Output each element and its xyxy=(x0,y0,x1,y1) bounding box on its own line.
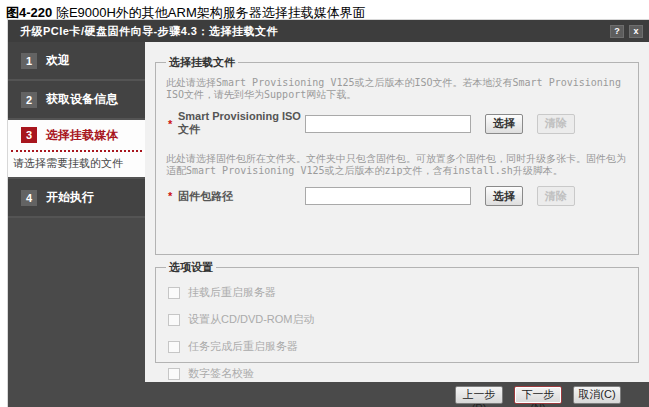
restart-after-mount-checkbox[interactable] xyxy=(168,287,180,299)
step-item-select-media-active[interactable]: 3 选择挂载媒体 请选择需要挂载的文件 xyxy=(8,120,145,179)
firmware-path-input[interactable] xyxy=(305,187,471,205)
step-number: 3 xyxy=(21,127,37,143)
select-mount-files-group: 选择挂载文件 此处请选择Smart Provisioning V125或之后版本… xyxy=(155,55,639,255)
upgrade-wizard-dialog: 升级PCIe卡/硬盘固件向导-步骤4.3：选择挂载文件 ? x 1 欢迎 2 获… xyxy=(8,20,649,407)
firmware-path-label: 固件包路径 xyxy=(178,189,305,204)
firmware-field-row: * 固件包路径 选择 清除 xyxy=(166,186,628,206)
boot-from-cd-checkbox[interactable] xyxy=(168,314,180,326)
step-item-execute[interactable]: 4 开始执行 xyxy=(8,179,145,218)
firmware-clear-button[interactable]: 清除 xyxy=(537,186,575,206)
option-row-restart-after-mount: 挂载后重启服务器 xyxy=(168,286,628,299)
firmware-select-button[interactable]: 选择 xyxy=(485,186,523,206)
dialog-footer: 上一步(P) 下一步(N) 取消(C) xyxy=(8,382,649,407)
iso-file-input[interactable] xyxy=(305,115,471,133)
close-icon[interactable]: x xyxy=(629,25,643,38)
wizard-steps-sidebar: 1 欢迎 2 获取设备信息 3 选择挂载媒体 请选择需要挂载的文件 4 开始执行 xyxy=(8,42,145,382)
step-item-welcome[interactable]: 1 欢迎 xyxy=(8,42,145,81)
option-settings-legend: 选项设置 xyxy=(166,260,216,275)
step-item-device-info[interactable]: 2 获取设备信息 xyxy=(8,81,145,120)
previous-step-button[interactable]: 上一步(P) xyxy=(455,386,503,404)
iso-clear-button[interactable]: 清除 xyxy=(537,114,575,134)
required-mark: * xyxy=(166,118,178,130)
option-row-boot-from-cd: 设置从CD/DVD-ROM启动 xyxy=(168,313,628,326)
required-mark: * xyxy=(166,190,178,202)
iso-field-label: Smart Provisioning ISO文件 xyxy=(178,110,305,137)
iso-select-button[interactable]: 选择 xyxy=(485,114,523,134)
iso-hint-text: 此处请选择Smart Provisioning V125或之后版本的ISO文件。… xyxy=(166,77,628,101)
figure-caption-text: 除E9000H外的其他ARM架构服务器选择挂载媒体界面 xyxy=(56,5,366,20)
option-settings-group: 选项设置 挂载后重启服务器 设置从CD/DVD-ROM启动 任务完成后重启服务器… xyxy=(155,260,639,363)
dialog-body: 1 欢迎 2 获取设备信息 3 选择挂载媒体 请选择需要挂载的文件 4 开始执行 xyxy=(8,42,649,382)
active-step-subtitle: 请选择需要挂载的文件 xyxy=(8,152,145,177)
cancel-button[interactable]: 取消(C) xyxy=(573,386,621,404)
option-row-restart-after-task: 任务完成后重启服务器 xyxy=(168,340,628,353)
step-number: 4 xyxy=(21,190,37,206)
step-number: 1 xyxy=(21,53,37,69)
firmware-hint-text: 此处请选择固件包所在文件夹。文件夹中只包含固件包。可放置多个固件包，同时升级多张… xyxy=(166,153,628,177)
signature-check-checkbox[interactable] xyxy=(168,368,180,380)
figure-caption-number: 图4-220 xyxy=(6,5,52,20)
step-number: 2 xyxy=(21,92,37,108)
iso-field-row: * Smart Provisioning ISO文件 选择 清除 xyxy=(166,110,628,137)
next-step-button[interactable]: 下一步(N) xyxy=(514,386,562,404)
main-content: 选择挂载文件 此处请选择Smart Provisioning V125或之后版本… xyxy=(145,42,649,382)
option-row-signature-check: 数字签名校验 xyxy=(168,367,628,380)
select-mount-files-legend: 选择挂载文件 xyxy=(166,55,238,70)
dialog-title: 升级PCIe卡/硬盘固件向导-步骤4.3：选择挂载文件 xyxy=(20,24,605,39)
restart-after-task-checkbox[interactable] xyxy=(168,341,180,353)
dialog-titlebar: 升级PCIe卡/硬盘固件向导-步骤4.3：选择挂载文件 ? x xyxy=(8,20,649,42)
help-icon[interactable]: ? xyxy=(610,25,624,38)
